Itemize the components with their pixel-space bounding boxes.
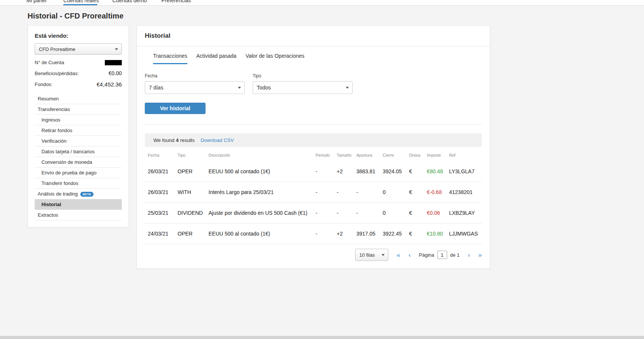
sidebar-item-historial[interactable]: Historial (35, 199, 122, 210)
nav-cuentas-demo[interactable]: Cuentas demo (112, 0, 147, 3)
history-panel: Historial Transacciones Actividad pasada… (136, 25, 490, 269)
col-divisa: Divisa (409, 147, 427, 161)
nav-preferencias[interactable]: Preferencias (161, 0, 191, 3)
cell-fecha: 26/03/21 (145, 161, 178, 182)
sidebar-item-resumen[interactable]: Resumen (35, 94, 122, 104)
cell-fecha: 26/03/21 (145, 182, 178, 203)
cell-cierre: 3922.45 (383, 223, 409, 244)
col-ref: Ref (449, 147, 482, 161)
sidebar-item-envio-prueba-pago[interactable]: Envío de prueba de pago (35, 168, 122, 178)
panel-header: Historial (137, 26, 490, 46)
sidebar-item-label: Datos tarjeta / bancarios (41, 149, 95, 154)
account-number-row: N° de Cuenta (35, 60, 122, 65)
sidebar-item-ingresos[interactable]: Ingresos (35, 115, 122, 125)
pagination: 10 filas « ‹ Página de 1 › » (145, 249, 482, 261)
account-select[interactable]: CFD Prorealtime (35, 43, 122, 55)
account-number-redacted (105, 60, 122, 65)
sidebar-item-label: Envío de prueba de pago (41, 170, 97, 176)
col-tipo: Tipo (178, 147, 209, 161)
ver-historial-button[interactable]: Ver historial (145, 103, 205, 114)
next-page-icon[interactable]: › (468, 252, 470, 258)
sidebar-item-verificacion[interactable]: Verificación (35, 136, 122, 146)
tab-valor-operaciones[interactable]: Valor de las Operaciones (245, 53, 304, 64)
download-csv-link[interactable]: Download CSV (201, 137, 234, 143)
cell-ref: LY3LGLA7 (449, 161, 482, 182)
content-area: Está viendo: CFD Prorealtime N° de Cuent… (28, 25, 644, 269)
cell-importe: €10.80 (427, 223, 449, 244)
tab-transacciones[interactable]: Transacciones (153, 53, 187, 64)
sidebar-menu: Resumen Transferencias Ingresos Retirar … (35, 94, 122, 220)
sidebar-item-label: Retirar fondos (41, 128, 72, 133)
account-number-label: N° de Cuenta (35, 60, 64, 65)
cell-importe: €80.48 (427, 161, 449, 182)
panel-title: Historial (145, 32, 482, 40)
cell-tipo: OPER (178, 223, 209, 244)
cell-periodo: - (316, 182, 337, 203)
prev-page-icon[interactable]: ‹ (408, 252, 411, 258)
nav-cuentas-reales[interactable]: Cuentas reales (63, 0, 99, 3)
sidebar-item-retirar-fondos[interactable]: Retirar fondos (35, 125, 122, 136)
page-label: Página (419, 252, 434, 258)
cell-cierre: 3924.05 (383, 161, 409, 182)
account-sidebar: Está viendo: CFD Prorealtime N° de Cuent… (28, 25, 129, 228)
cell-descripcion: EEUU 500 al contado (1€) (209, 161, 316, 182)
type-filter-value: Todos (257, 85, 271, 91)
cell-ref: LXBZ9LAY (449, 203, 482, 223)
sidebar-item-datos-tarjeta[interactable]: Datos tarjeta / bancarios (35, 146, 122, 157)
funds-label: Fondos: (35, 82, 52, 87)
table-row: 25/03/21 DIVIDEND Ajuste por dividendo e… (145, 203, 482, 223)
cell-fecha: 24/03/21 (145, 223, 178, 244)
last-page-icon[interactable]: » (478, 252, 482, 258)
cell-tipo: OPER (178, 161, 209, 182)
first-page-icon[interactable]: « (397, 252, 400, 258)
col-descripcion: Descripción (209, 147, 316, 161)
page-number-input[interactable] (437, 251, 447, 259)
sidebar-item-label: Transferir fondos (41, 180, 78, 186)
tab-actividad-pasada[interactable]: Actividad pasada (196, 53, 237, 64)
cell-importe: €0.06 (427, 203, 449, 223)
cell-tamano: - (337, 182, 356, 203)
divider (145, 124, 482, 125)
cell-importe: €-0.68 (427, 182, 449, 203)
transactions-table: Fecha Tipo Descripción Periodo Tamaño Ap… (145, 147, 482, 244)
page-title: Historial - CFD Prorealtime (28, 12, 644, 20)
results-count: 4 (176, 137, 178, 143)
nav-mi-panel[interactable]: Mi panel (26, 0, 46, 3)
cell-periodo: - (316, 161, 337, 182)
account-select-value: CFD Prorealtime (39, 46, 75, 52)
sidebar-item-label: Transferencias (38, 106, 70, 112)
rows-per-page-select[interactable]: 10 filas (355, 249, 388, 261)
cell-apertura: - (356, 182, 383, 203)
sidebar-item-label: Ingresos (41, 117, 60, 123)
sidebar-item-analisis-trading[interactable]: Análisis de tradingBETA (35, 189, 122, 199)
active-nav-underline (63, 4, 97, 5)
filters-row: Fecha 7 días Tipo Todos (137, 64, 490, 94)
sidebar-item-extractos[interactable]: Extractos (35, 210, 122, 220)
cell-divisa: € (409, 203, 427, 223)
sidebar-item-transferir-fondos[interactable]: Transferir fondos (35, 178, 122, 189)
cell-cierre: 0 (383, 203, 409, 223)
type-filter: Tipo Todos (253, 73, 353, 94)
col-importe: Importe (427, 147, 449, 161)
results-bar: We found 4 results Download CSV (145, 133, 482, 147)
history-tabs: Transacciones Actividad pasada Valor de … (137, 46, 490, 64)
sidebar-item-label: Resumen (38, 96, 59, 102)
sidebar-item-label: Extractos (38, 212, 58, 218)
type-filter-select[interactable]: Todos (253, 81, 353, 94)
cell-tipo: DIVIDEND (178, 203, 209, 223)
top-navigation: Mi panel Cuentas reales Cuentas demo Pre… (0, 0, 644, 6)
cell-tamano: +2 (337, 223, 356, 244)
results-prefix: We found (153, 137, 174, 143)
col-tamano: Tamaño (337, 147, 356, 161)
cell-ref: 41238201 (449, 182, 482, 203)
date-filter-select[interactable]: 7 días (145, 81, 245, 94)
beta-badge: BETA (80, 192, 93, 197)
sidebar-item-conversion-moneda[interactable]: Conversión de moneda (35, 157, 122, 168)
pl-value: €0.00 (109, 70, 122, 76)
cell-divisa: € (409, 182, 427, 203)
bottom-scrollbar-strip[interactable] (0, 336, 644, 339)
sidebar-item-transferencias[interactable]: Transferencias (35, 104, 122, 115)
cell-apertura: 3883.81 (356, 161, 383, 182)
col-fecha: Fecha (145, 147, 178, 161)
table-row: 24/03/21 OPER EEUU 500 al contado (1€) -… (145, 223, 482, 244)
